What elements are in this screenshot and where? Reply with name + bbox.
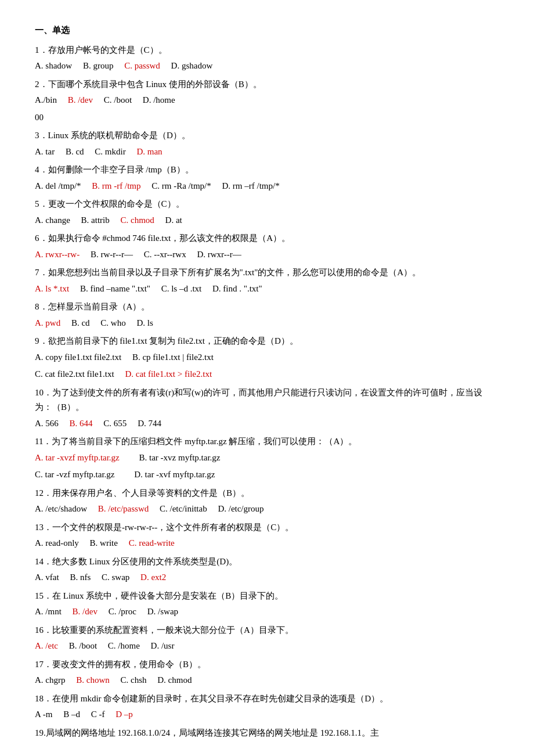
q2-opt-b: B. /dev — [68, 95, 102, 105]
q17-options: A. chgrp B. chown C. chsh D. chmod — [35, 673, 499, 688]
q13-opt-c: C. read-write — [129, 538, 175, 548]
q16-options: A. /etc B. /boot C. /home D. /usr — [35, 639, 499, 654]
q7-opt-b: B. find –name ".txt" — [80, 284, 159, 293]
q17-text: 17．要改变文件的拥有权，使用命令（B）。 — [35, 657, 499, 672]
q17-opt-d: D. chmod — [157, 675, 192, 685]
q19-text: 19.局域网的网络地址 192.168.1.0/24，局域网络连接其它网络的网关… — [35, 726, 499, 741]
q10-text: 10．为了达到使文件的所有者有读(r)和写(w)的许可，而其他用户只能进行只读访… — [35, 386, 499, 415]
q9-opt-c: C. cat file2.txt file1.txt — [35, 369, 123, 379]
q6-opt-a: A. rwxr--rw- — [35, 250, 88, 259]
q2-opt-a: A./bin — [35, 95, 66, 105]
question-5: 5．更改一个文件权限的命令是（C）。 A. change B. attrib C… — [35, 197, 499, 228]
q11-options-line2: C. tar -vzf myftp.tar.gz D. tar -xvf myf… — [35, 467, 499, 483]
q9-text: 9．欲把当前目录下的 file1.txt 复制为 file2.txt，正确的命令… — [35, 334, 499, 349]
q8-text: 8．怎样显示当前目录（A）。 — [35, 300, 499, 315]
q5-options: A. change B. attrib C. chmod D. at — [35, 213, 499, 228]
q2-opt-d: D. /home — [143, 95, 175, 105]
q18-opt-b: B –d — [63, 710, 89, 719]
q18-opt-d: D –p — [116, 710, 133, 719]
q18-opt-c: C -f — [91, 710, 114, 719]
q7-text: 7．如果您想列出当前目录以及子目录下所有扩展名为".txt"的文件，那么您可以使… — [35, 265, 499, 280]
question-1: 1．存放用户帐号的文件是（C）。 A. shadow B. group C. p… — [35, 43, 499, 74]
q9-opt-b: B. cp file1.txt | file2.txt — [132, 352, 214, 362]
q4-opt-a: A. del /tmp/* — [35, 181, 90, 190]
q10-opt-a: A. 566 — [35, 419, 67, 428]
q6-opt-d: D. rwxr--r— — [197, 250, 241, 259]
q9-opt-a: A. copy file1.txt file2.txt — [35, 352, 130, 362]
q18-options: A -m B –d C -f D –p — [35, 707, 499, 722]
q14-opt-b: B. nfs — [70, 573, 99, 582]
question-14: 14．绝大多数 Linux 分区使用的文件系统类型是(D)。 A. vfat B… — [35, 555, 499, 585]
q14-opt-a: A. vfat — [35, 573, 68, 582]
question-19: 19.局域网的网络地址 192.168.1.0/24，局域网络连接其它网络的网关… — [35, 726, 499, 741]
q15-opt-b: B. /dev — [73, 607, 106, 616]
q12-text: 12．用来保存用户名、个人目录等资料的文件是（B）。 — [35, 486, 499, 501]
q11-text: 11．为了将当前目录下的压缩归档文件 myftp.tar.gz 解压缩，我们可以… — [35, 434, 499, 449]
q16-opt-c: C. /home — [108, 641, 149, 650]
q17-opt-b: B. chown — [76, 675, 118, 685]
q9-opt-d: D. cat file1.txt > file2.txt — [125, 369, 212, 379]
q5-opt-d: D. at — [165, 215, 182, 225]
q1-options: A. shadow B. group C. passwd D. gshadow — [35, 59, 499, 74]
q12-opt-c: C. /etc/inittab — [160, 504, 216, 513]
question-7: 7．如果您想列出当前目录以及子目录下所有扩展名为".txt"的文件，那么您可以使… — [35, 265, 499, 296]
q16-opt-a: A. /etc — [35, 641, 67, 650]
q14-opt-d: D. ext2 — [140, 573, 166, 582]
q8-opt-d: D. ls — [136, 318, 153, 327]
q13-text: 13．一个文件的权限是-rw-rw-r--，这个文件所有者的权限是（C）。 — [35, 520, 499, 535]
q12-options: A. /etc/shadow B. /etc/passwd C. /etc/in… — [35, 502, 499, 517]
q11-opt-a: A. tar -xvzf myftp.tar.gz — [35, 453, 137, 462]
question-13: 13．一个文件的权限是-rw-rw-r--，这个文件所有者的权限是（C）。 A.… — [35, 520, 499, 551]
page-container: 一、单选 1．存放用户帐号的文件是（C）。 A. shadow B. group… — [35, 23, 499, 740]
q2-extra: 00 — [35, 110, 499, 125]
q11-options-line1: A. tar -xvzf myftp.tar.gz B. tar -xvz my… — [35, 451, 499, 466]
q11-opt-d: D. tar -xvf myftp.tar.gz — [134, 470, 215, 479]
q12-opt-b: B. /etc/passwd — [98, 504, 158, 513]
q8-opt-a: A. pwd — [35, 318, 69, 327]
q1-opt-a: A. shadow — [35, 61, 81, 70]
q3-options: A. tar B. cd C. mkdir D. man — [35, 145, 499, 160]
question-15: 15．在 Linux 系统中，硬件设备大部分是安装在（B）目录下的。 A. /m… — [35, 589, 499, 620]
question-2: 2．下面哪个系统目录中包含 Linux 使用的外部设备（B）。 A./bin B… — [35, 77, 499, 125]
q1-text: 1．存放用户帐号的文件是（C）。 — [35, 43, 499, 58]
question-4: 4．如何删除一个非空子目录 /tmp（B）。 A. del /tmp/* B. … — [35, 163, 499, 193]
q3-opt-a: A. tar — [35, 147, 63, 156]
question-8: 8．怎样显示当前目录（A）。 A. pwd B. cd C. who D. ls — [35, 300, 499, 330]
question-11: 11．为了将当前目录下的压缩归档文件 myftp.tar.gz 解压缩，我们可以… — [35, 434, 499, 483]
q11-opt-c: C. tar -vzf myftp.tar.gz — [35, 470, 132, 479]
q7-opt-d: D. find . ".txt" — [212, 284, 262, 293]
question-10: 10．为了达到使文件的所有者有读(r)和写(w)的许可，而其他用户只能进行只读访… — [35, 386, 499, 431]
question-12: 12．用来保存用户名、个人目录等资料的文件是（B）。 A. /etc/shado… — [35, 486, 499, 517]
q2-options: A./bin B. /dev C. /boot D. /home — [35, 93, 499, 108]
question-17: 17．要改变文件的拥有权，使用命令（B）。 A. chgrp B. chown … — [35, 657, 499, 688]
q2-opt-c: C. /boot — [104, 95, 140, 105]
q10-opt-b: B. 644 — [70, 419, 102, 428]
q8-options: A. pwd B. cd C. who D. ls — [35, 316, 499, 331]
q6-text: 6．如果执行命令 #chmod 746 file.txt，那么该文件的权限是（A… — [35, 231, 499, 246]
q5-opt-c: C. chmod — [120, 215, 163, 225]
q5-text: 5．更改一个文件权限的命令是（C）。 — [35, 197, 499, 212]
q7-opt-a: A. ls *.txt — [35, 284, 78, 293]
question-9: 9．欲把当前目录下的 file1.txt 复制为 file2.txt，正确的命令… — [35, 334, 499, 382]
q3-opt-c: C. mkdir — [95, 147, 134, 156]
q1-opt-c: C. passwd — [124, 61, 169, 70]
q18-opt-a: A -m — [35, 710, 61, 719]
q2-text: 2．下面哪个系统目录中包含 Linux 使用的外部设备（B）。 — [35, 77, 499, 92]
q9-options-line1: A. copy file1.txt file2.txt B. cp file1.… — [35, 350, 499, 365]
q6-options: A. rwxr--rw- B. rw-r--r— C. --xr--rwx D.… — [35, 247, 499, 262]
q6-opt-c: C. --xr--rwx — [144, 250, 195, 259]
q16-text: 16．比较重要的系统配置资料，一般来说大部分位于（A）目录下。 — [35, 623, 499, 638]
q15-opt-a: A. /mnt — [35, 607, 70, 616]
q10-opt-d: D. 744 — [138, 419, 161, 428]
q13-opt-b: B. write — [90, 538, 127, 548]
q4-opt-b: B. rm -rf /tmp — [92, 181, 149, 190]
q15-opt-c: C. /proc — [109, 607, 145, 616]
question-6: 6．如果执行命令 #chmod 746 file.txt，那么该文件的权限是（A… — [35, 231, 499, 262]
q8-opt-b: B. cd — [71, 318, 99, 327]
q7-options: A. ls *.txt B. find –name ".txt" C. ls –… — [35, 282, 499, 297]
question-16: 16．比较重要的系统配置资料，一般来说大部分位于（A）目录下。 A. /etc … — [35, 623, 499, 654]
q5-opt-b: B. attrib — [81, 215, 118, 225]
q18-text: 18．在使用 mkdir 命令创建新的目录时，在其父目录不存在时先创建父目录的选… — [35, 692, 499, 707]
q5-opt-a: A. change — [35, 215, 79, 225]
q17-opt-c: C. chsh — [121, 675, 156, 685]
